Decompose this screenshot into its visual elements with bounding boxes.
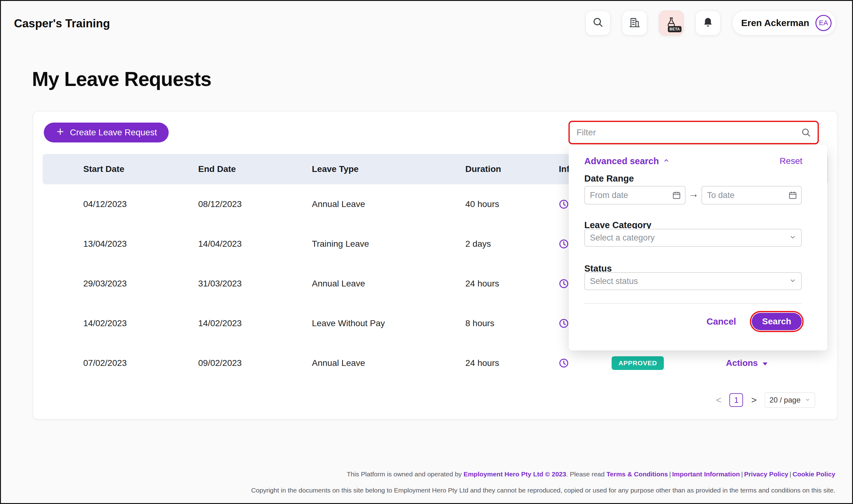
cell-duration: 8 hours (465, 304, 494, 343)
footer-legal-line: This Platform is owned and operated by E… (63, 469, 835, 479)
filter-annotation-ring (569, 121, 819, 144)
building-icon (629, 16, 641, 30)
cell-duration: 40 hours (465, 184, 499, 224)
clock-info-icon[interactable] (558, 199, 569, 210)
cell-start-date: 29/03/2023 (83, 264, 127, 304)
from-date-field (584, 186, 685, 204)
separator: | (741, 470, 743, 478)
search-submit-button[interactable]: Search (752, 313, 802, 330)
next-page-button[interactable]: > (751, 395, 757, 405)
create-leave-request-button[interactable]: Create Leave Request (44, 123, 169, 142)
advanced-search-header: Advanced search Reset (584, 154, 802, 168)
footer-text: This Platform is owned and operated by (347, 470, 464, 478)
user-menu[interactable]: Eren Ackerman EA (732, 11, 836, 35)
arrow-right-icon: → (685, 188, 701, 200)
from-date-input[interactable] (585, 186, 685, 204)
leave-requests-card: Create Leave Request Start Date End Date… (33, 111, 838, 419)
page-size-select[interactable]: 20 / page (765, 392, 815, 408)
cell-leave-type: Annual Leave (312, 264, 365, 304)
footer-text: . Please read (566, 470, 607, 478)
calendar-icon[interactable] (672, 191, 681, 200)
divider (584, 303, 802, 304)
search-button[interactable] (586, 11, 610, 35)
cookie-policy-link[interactable]: Cookie Policy (793, 470, 835, 478)
page-title: My Leave Requests (32, 68, 211, 91)
current-page[interactable]: 1 (729, 393, 743, 407)
plus-icon (56, 127, 65, 139)
advanced-search-toggle[interactable]: Advanced search (584, 156, 670, 166)
search-icon (801, 127, 812, 138)
beta-badge: BETA (668, 26, 681, 32)
cancel-button[interactable]: Cancel (707, 317, 736, 327)
cell-start-date: 13/04/2023 (83, 224, 127, 264)
header-actions: BETA Eren Ackerman EA (586, 11, 836, 35)
avatar: EA (815, 15, 832, 31)
cell-leave-type: Annual Leave (312, 184, 365, 224)
filter-input[interactable] (570, 128, 801, 138)
cell-start-date: 04/12/2023 (83, 184, 127, 224)
cell-end-date: 14/04/2023 (198, 224, 242, 264)
search-icon (592, 16, 604, 30)
beta-features-button[interactable]: BETA (659, 11, 684, 35)
chevron-down-icon (789, 276, 797, 286)
notifications-button[interactable] (696, 11, 720, 35)
footer: This Platform is owned and operated by E… (63, 469, 835, 495)
column-header-duration: Duration (465, 154, 501, 184)
cell-duration: 24 hours (465, 264, 499, 304)
cell-leave-type: Training Leave (312, 224, 369, 264)
employment-hero-link[interactable]: Employment Hero Pty Ltd © 2023 (464, 470, 566, 478)
important-information-link[interactable]: Important Information (672, 470, 740, 478)
status-select[interactable]: Select status (584, 272, 802, 290)
panel-actions: Cancel Search (584, 311, 804, 332)
leave-category-select[interactable]: Select a category (584, 229, 802, 247)
cell-start-date: 14/02/2023 (83, 304, 127, 343)
to-date-field (701, 186, 802, 204)
leave-category-placeholder: Select a category (590, 233, 655, 243)
calendar-icon[interactable] (788, 191, 797, 200)
cell-end-date: 14/02/2023 (198, 304, 242, 343)
privacy-policy-link[interactable]: Privacy Policy (744, 470, 788, 478)
cell-end-date: 31/03/2023 (198, 264, 242, 304)
column-header-leave-type: Leave Type (312, 154, 359, 184)
cell-duration: 24 hours (465, 343, 499, 383)
advanced-search-label: Advanced search (584, 156, 659, 166)
clock-info-icon[interactable] (558, 278, 569, 289)
cell-leave-type: Annual Leave (312, 343, 365, 383)
cell-leave-type: Leave Without Pay (312, 304, 385, 343)
page-size-value: 20 / page (769, 396, 801, 404)
previous-page-button[interactable]: < (716, 395, 721, 405)
actions-label: Actions (726, 358, 758, 368)
caret-down-icon (762, 358, 768, 368)
separator: | (669, 470, 671, 478)
company-name: Casper's Training (14, 17, 110, 30)
cell-end-date: 09/02/2023 (198, 343, 242, 383)
column-header-end-date: End Date (198, 154, 236, 184)
date-range-label: Date Range (584, 174, 634, 184)
chevron-down-icon (789, 233, 797, 242)
status-placeholder: Select status (590, 276, 638, 286)
clock-info-icon[interactable] (558, 358, 569, 369)
status-badge: APPROVED (612, 356, 664, 370)
column-header-start-date: Start Date (83, 154, 124, 184)
cell-duration: 2 days (465, 224, 491, 264)
chevron-up-icon (663, 156, 670, 166)
clock-info-icon[interactable] (558, 318, 569, 329)
clock-info-icon[interactable] (558, 238, 569, 250)
cell-end-date: 08/12/2023 (198, 184, 242, 224)
to-date-input[interactable] (702, 186, 801, 204)
bell-icon (702, 16, 714, 30)
create-leave-request-label: Create Leave Request (70, 128, 157, 138)
organisation-button[interactable] (622, 11, 647, 35)
search-annotation-ring: Search (750, 311, 804, 332)
footer-copyright-line: Copyright in the documents on this site … (63, 485, 835, 495)
cell-start-date: 07/02/2023 (83, 343, 127, 383)
user-name: Eren Ackerman (741, 18, 809, 28)
chevron-down-icon (805, 396, 811, 404)
reset-link[interactable]: Reset (780, 156, 802, 166)
terms-link[interactable]: Terms & Conditions (606, 470, 668, 478)
pagination: < 1 > 20 / page (716, 392, 815, 408)
advanced-search-panel: Advanced search Reset Date Range → Leave… (569, 145, 827, 350)
separator: | (790, 470, 791, 478)
